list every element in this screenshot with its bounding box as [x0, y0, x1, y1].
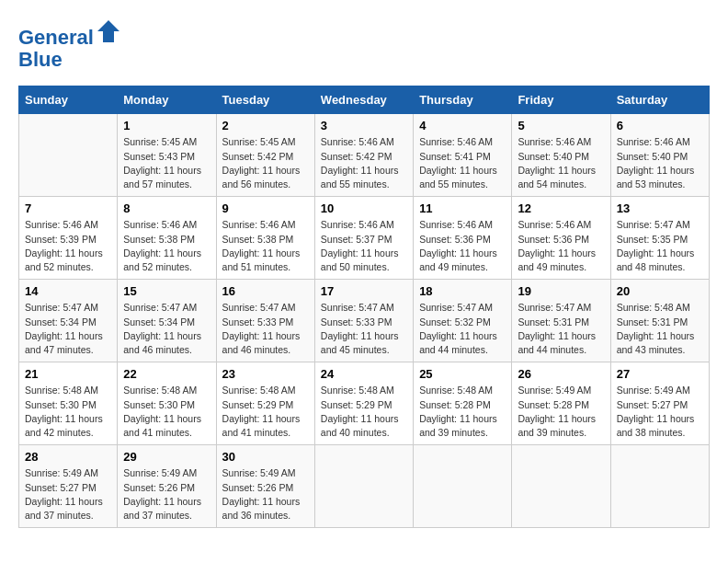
- day-number: 16: [222, 284, 309, 298]
- day-number: 8: [123, 201, 210, 215]
- day-cell: 19Sunrise: 5:47 AM Sunset: 5:31 PM Dayli…: [512, 280, 610, 362]
- day-cell: [19, 114, 118, 197]
- day-info: Sunrise: 5:47 AM Sunset: 5:32 PM Dayligh…: [419, 301, 506, 357]
- col-header-wednesday: Wednesday: [314, 86, 413, 114]
- day-number: 23: [222, 367, 309, 381]
- day-info: Sunrise: 5:47 AM Sunset: 5:34 PM Dayligh…: [123, 301, 210, 357]
- day-info: Sunrise: 5:49 AM Sunset: 5:27 PM Dayligh…: [617, 384, 703, 440]
- calendar-table: SundayMondayTuesdayWednesdayThursdayFrid…: [18, 86, 710, 528]
- day-cell: 30Sunrise: 5:49 AM Sunset: 5:26 PM Dayli…: [216, 445, 314, 528]
- day-info: Sunrise: 5:46 AM Sunset: 5:36 PM Dayligh…: [419, 218, 506, 274]
- day-info: Sunrise: 5:46 AM Sunset: 5:42 PM Dayligh…: [321, 135, 407, 191]
- day-cell: [414, 445, 512, 528]
- col-header-saturday: Saturday: [610, 86, 709, 114]
- day-info: Sunrise: 5:45 AM Sunset: 5:42 PM Dayligh…: [222, 135, 309, 191]
- day-info: Sunrise: 5:48 AM Sunset: 5:30 PM Dayligh…: [25, 384, 111, 440]
- day-info: Sunrise: 5:46 AM Sunset: 5:36 PM Dayligh…: [518, 218, 604, 274]
- day-info: Sunrise: 5:49 AM Sunset: 5:26 PM Dayligh…: [123, 466, 210, 523]
- day-number: 15: [123, 284, 210, 298]
- day-cell: 13Sunrise: 5:47 AM Sunset: 5:35 PM Dayli…: [610, 197, 709, 280]
- day-number: 18: [419, 284, 506, 298]
- day-number: 7: [25, 201, 111, 215]
- day-number: 20: [617, 284, 703, 298]
- day-info: Sunrise: 5:46 AM Sunset: 5:40 PM Dayligh…: [518, 135, 604, 191]
- day-number: 13: [617, 201, 703, 215]
- day-cell: 5Sunrise: 5:46 AM Sunset: 5:40 PM Daylig…: [512, 114, 610, 197]
- day-number: 27: [617, 367, 703, 381]
- day-number: 4: [419, 119, 506, 132]
- day-number: 5: [518, 119, 604, 132]
- week-row-3: 14Sunrise: 5:47 AM Sunset: 5:34 PM Dayli…: [19, 280, 710, 362]
- day-info: Sunrise: 5:47 AM Sunset: 5:34 PM Dayligh…: [25, 301, 111, 357]
- day-cell: 11Sunrise: 5:46 AM Sunset: 5:36 PM Dayli…: [414, 197, 512, 280]
- day-cell: 6Sunrise: 5:46 AM Sunset: 5:40 PM Daylig…: [610, 114, 709, 197]
- day-info: Sunrise: 5:46 AM Sunset: 5:38 PM Dayligh…: [222, 218, 309, 274]
- day-info: Sunrise: 5:46 AM Sunset: 5:40 PM Dayligh…: [617, 135, 703, 191]
- day-number: 30: [222, 450, 309, 464]
- day-info: Sunrise: 5:47 AM Sunset: 5:31 PM Dayligh…: [518, 301, 604, 357]
- day-info: Sunrise: 5:49 AM Sunset: 5:28 PM Dayligh…: [518, 384, 604, 440]
- day-cell: 16Sunrise: 5:47 AM Sunset: 5:33 PM Dayli…: [216, 280, 314, 362]
- week-row-4: 21Sunrise: 5:48 AM Sunset: 5:30 PM Dayli…: [19, 362, 710, 445]
- day-info: Sunrise: 5:45 AM Sunset: 5:43 PM Dayligh…: [123, 135, 210, 191]
- day-number: 12: [518, 201, 604, 215]
- day-number: 24: [321, 367, 407, 381]
- logo: GeneralBlue: [18, 18, 121, 71]
- day-number: 28: [25, 450, 111, 464]
- day-number: 3: [321, 119, 407, 132]
- day-info: Sunrise: 5:46 AM Sunset: 5:37 PM Dayligh…: [321, 218, 407, 274]
- day-cell: 22Sunrise: 5:48 AM Sunset: 5:30 PM Dayli…: [118, 362, 216, 445]
- day-cell: 14Sunrise: 5:47 AM Sunset: 5:34 PM Dayli…: [19, 280, 118, 362]
- day-info: Sunrise: 5:49 AM Sunset: 5:27 PM Dayligh…: [25, 466, 111, 523]
- day-cell: 21Sunrise: 5:48 AM Sunset: 5:30 PM Dayli…: [19, 362, 118, 445]
- day-cell: [610, 445, 709, 528]
- day-cell: 25Sunrise: 5:48 AM Sunset: 5:28 PM Dayli…: [414, 362, 512, 445]
- day-info: Sunrise: 5:49 AM Sunset: 5:26 PM Dayligh…: [222, 466, 309, 523]
- day-number: 29: [123, 450, 210, 464]
- day-cell: [512, 445, 610, 528]
- day-cell: 3Sunrise: 5:46 AM Sunset: 5:42 PM Daylig…: [314, 114, 413, 197]
- day-cell: 12Sunrise: 5:46 AM Sunset: 5:36 PM Dayli…: [512, 197, 610, 280]
- day-number: 26: [518, 367, 604, 381]
- col-header-thursday: Thursday: [414, 86, 512, 114]
- logo-text: GeneralBlue: [18, 18, 121, 71]
- day-cell: 2Sunrise: 5:45 AM Sunset: 5:42 PM Daylig…: [216, 114, 314, 197]
- day-info: Sunrise: 5:48 AM Sunset: 5:28 PM Dayligh…: [419, 384, 506, 440]
- day-cell: 7Sunrise: 5:46 AM Sunset: 5:39 PM Daylig…: [19, 197, 118, 280]
- day-number: 1: [123, 119, 210, 132]
- day-number: 6: [617, 119, 703, 132]
- col-header-tuesday: Tuesday: [216, 86, 314, 114]
- day-cell: 23Sunrise: 5:48 AM Sunset: 5:29 PM Dayli…: [216, 362, 314, 445]
- svg-marker-0: [97, 20, 119, 42]
- day-info: Sunrise: 5:46 AM Sunset: 5:39 PM Dayligh…: [25, 218, 111, 274]
- col-header-friday: Friday: [512, 86, 610, 114]
- day-number: 22: [123, 367, 210, 381]
- week-row-2: 7Sunrise: 5:46 AM Sunset: 5:39 PM Daylig…: [19, 197, 710, 280]
- day-number: 19: [518, 284, 604, 298]
- day-cell: 9Sunrise: 5:46 AM Sunset: 5:38 PM Daylig…: [216, 197, 314, 280]
- col-header-sunday: Sunday: [19, 86, 118, 114]
- day-cell: 4Sunrise: 5:46 AM Sunset: 5:41 PM Daylig…: [414, 114, 512, 197]
- day-cell: 28Sunrise: 5:49 AM Sunset: 5:27 PM Dayli…: [19, 445, 118, 528]
- day-cell: 29Sunrise: 5:49 AM Sunset: 5:26 PM Dayli…: [118, 445, 216, 528]
- day-info: Sunrise: 5:47 AM Sunset: 5:33 PM Dayligh…: [321, 301, 407, 357]
- day-number: 14: [25, 284, 111, 298]
- day-info: Sunrise: 5:48 AM Sunset: 5:31 PM Dayligh…: [617, 301, 703, 357]
- day-info: Sunrise: 5:48 AM Sunset: 5:29 PM Dayligh…: [222, 384, 309, 440]
- day-cell: 20Sunrise: 5:48 AM Sunset: 5:31 PM Dayli…: [610, 280, 709, 362]
- day-number: 2: [222, 119, 309, 132]
- day-number: 9: [222, 201, 309, 215]
- logo-blue: Blue: [18, 48, 63, 71]
- page-header: GeneralBlue: [18, 18, 710, 71]
- day-info: Sunrise: 5:47 AM Sunset: 5:33 PM Dayligh…: [222, 301, 309, 357]
- day-cell: 8Sunrise: 5:46 AM Sunset: 5:38 PM Daylig…: [118, 197, 216, 280]
- col-header-monday: Monday: [118, 86, 216, 114]
- logo-icon: [96, 18, 121, 44]
- day-cell: 26Sunrise: 5:49 AM Sunset: 5:28 PM Dayli…: [512, 362, 610, 445]
- day-number: 25: [419, 367, 506, 381]
- day-info: Sunrise: 5:46 AM Sunset: 5:38 PM Dayligh…: [123, 218, 210, 274]
- day-info: Sunrise: 5:46 AM Sunset: 5:41 PM Dayligh…: [419, 135, 506, 191]
- day-number: 17: [321, 284, 407, 298]
- day-number: 10: [321, 201, 407, 215]
- day-cell: 24Sunrise: 5:48 AM Sunset: 5:29 PM Dayli…: [314, 362, 413, 445]
